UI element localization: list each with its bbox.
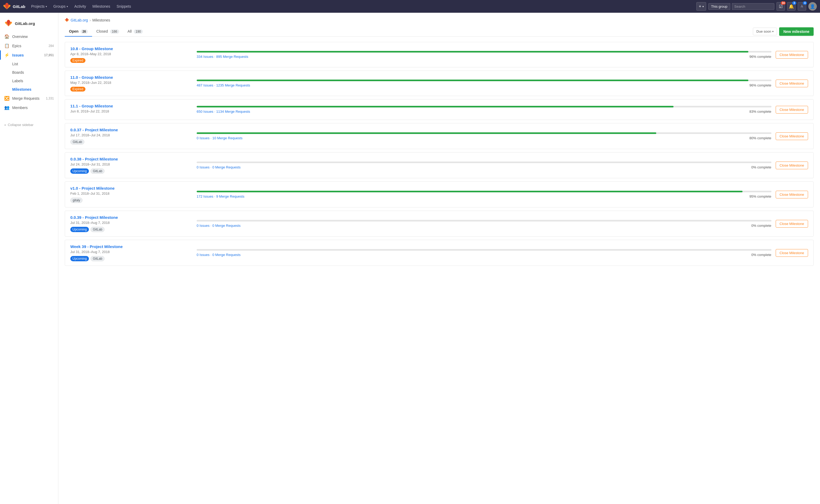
new-milestone-button[interactable]: New milestone (779, 27, 814, 36)
sidebar-sub-boards[interactable]: Boards (0, 68, 58, 77)
progress-bar-fill (197, 191, 743, 192)
collapse-sidebar-button[interactable]: « Collapse sidebar (0, 121, 58, 129)
sidebar-sub-list[interactable]: List (0, 60, 58, 68)
milestone-info: Week 39 - Project Milestone Jul 31, 2018… (70, 244, 192, 261)
milestone-percent: 95% complete (749, 194, 771, 198)
milestone-tag: Expired (70, 87, 85, 92)
progress-bar-wrap (197, 132, 771, 134)
close-milestone-button[interactable]: Close Milestone (776, 51, 808, 59)
brand[interactable]: GitLab (3, 3, 25, 10)
sidebar-item-epics[interactable]: 📋 Epics 284 (0, 41, 58, 50)
milestone-issues-link[interactable]: 172 Issues · 9 Merge Requests (197, 194, 244, 198)
milestone-title[interactable]: 11.1 - Group Milestone (70, 104, 192, 108)
progress-stats: 0 Issues · 10 Merge Requests 80% complet… (197, 136, 771, 140)
milestone-info: 0.0.37 - Project Milestone Jul 17, 2018–… (70, 128, 192, 145)
milestone-title[interactable]: 0.0.38 - Project Milestone (70, 157, 192, 161)
progress-bar-wrap (197, 106, 771, 107)
milestone-dates: Jul 31, 2018–Aug 7, 2018 (70, 250, 192, 254)
milestone-tags: UpcomingGitLab (70, 227, 192, 232)
progress-stats: 0 Issues · 0 Merge Requests 0% complete (197, 224, 771, 228)
sidebar-epics-label: Epics (12, 44, 21, 48)
sidebar-boards-label: Boards (12, 70, 24, 75)
milestone-issues-link[interactable]: 0 Issues · 0 Merge Requests (197, 224, 240, 228)
mr-count: 1,331 (46, 97, 54, 100)
user-avatar[interactable]: 👤 (808, 2, 817, 11)
milestone-percent: 96% complete (749, 55, 771, 59)
close-milestone-button[interactable]: Close Milestone (776, 132, 808, 140)
milestone-card: 10.8 - Group Milestone Apr 8, 2018–May 2… (65, 42, 814, 67)
sidebar-item-issues[interactable]: ⚡ Issues 17,951 (0, 50, 58, 60)
milestone-issues-link[interactable]: 0 Issues · 0 Merge Requests (197, 253, 240, 257)
merge-requests-button[interactable]: ⑃ 4 (798, 2, 806, 11)
progress-bar-wrap (197, 51, 771, 53)
nav-actions: + ▾ This group ☑ 34 🔔 3 ⑃ 4 👤 (696, 2, 817, 11)
todo-badge: 34 (781, 1, 786, 5)
merge-requests-icon: 🔀 (4, 96, 10, 101)
sort-dropdown[interactable]: Due soon ▾ (753, 28, 777, 35)
milestone-issues-link[interactable]: 0 Issues · 10 Merge Requests (197, 136, 242, 140)
close-milestone-button[interactable]: Close Milestone (776, 220, 808, 228)
milestone-progress: 0 Issues · 0 Merge Requests 0% complete (197, 249, 771, 257)
close-milestone-button[interactable]: Close Milestone (776, 191, 808, 198)
breadcrumb-current: Milestones (92, 18, 110, 22)
nav-snippets[interactable]: Snippets (114, 3, 133, 10)
milestone-title[interactable]: v1.0 - Project Milestone (70, 186, 192, 190)
milestone-percent: 83% complete (749, 110, 771, 114)
context-button[interactable]: This group (708, 3, 730, 10)
new-item-button[interactable]: + ▾ (696, 2, 706, 11)
milestone-issues-link[interactable]: 650 Issues · 1134 Merge Requests (197, 110, 250, 114)
milestone-title[interactable]: 0.0.39 - Project Milestone (70, 215, 192, 220)
sidebar-sub-milestones[interactable]: Milestones (0, 85, 58, 94)
milestone-progress: 0 Issues · 10 Merge Requests 80% complet… (197, 132, 771, 140)
sidebar-org-row[interactable]: GitLab.org (0, 17, 58, 32)
milestone-dates: Jul 31, 2018–Aug 7, 2018 (70, 221, 192, 225)
milestone-tag: gitaly (70, 198, 82, 203)
nav-groups[interactable]: Groups ▾ (51, 3, 71, 10)
todo-button[interactable]: ☑ 34 (776, 2, 785, 11)
sidebar-item-members[interactable]: 👥 Members (0, 103, 58, 112)
tab-open[interactable]: Open 26 (65, 27, 92, 37)
close-milestone-button[interactable]: Close Milestone (776, 106, 808, 114)
milestone-tags: Expired (70, 87, 192, 92)
milestone-tags: Expired (70, 58, 192, 63)
milestone-issues-link[interactable]: 334 Issues · 895 Merge Requests (197, 55, 248, 59)
close-milestone-button[interactable]: Close Milestone (776, 80, 808, 87)
milestone-title[interactable]: Week 39 - Project Milestone (70, 244, 192, 249)
search-input[interactable] (732, 3, 774, 10)
milestone-card: 0.0.39 - Project Milestone Jul 31, 2018–… (65, 211, 814, 237)
tab-all[interactable]: All 190 (123, 27, 147, 37)
nav-activity[interactable]: Activity (72, 3, 89, 10)
close-milestone-button[interactable]: Close Milestone (776, 249, 808, 257)
notifications-button[interactable]: 🔔 3 (787, 2, 796, 11)
merge-badge: 4 (803, 1, 807, 5)
milestone-title[interactable]: 11.0 - Group Milestone (70, 75, 192, 80)
sidebar-mr-label: Merge Requests (12, 96, 40, 101)
milestone-tags: UpcomingGitLab (70, 168, 192, 174)
milestone-progress: 650 Issues · 1134 Merge Requests 83% com… (197, 106, 771, 114)
breadcrumb: GitLab.org › Milestones (65, 18, 814, 22)
milestone-issues-link[interactable]: 487 Issues · 1235 Merge Requests (197, 83, 250, 87)
breadcrumb-org-link[interactable]: GitLab.org (71, 18, 88, 22)
sidebar-sub-labels[interactable]: Labels (0, 77, 58, 85)
sidebar-item-merge-requests[interactable]: 🔀 Merge Requests 1,331 (0, 94, 58, 103)
milestone-issues-link[interactable]: 0 Issues · 0 Merge Requests (197, 165, 240, 169)
milestone-progress: 172 Issues · 9 Merge Requests 95% comple… (197, 191, 771, 198)
milestone-dates: Jul 24, 2018–Jul 31, 2018 (70, 162, 192, 166)
milestone-card: 0.0.37 - Project Milestone Jul 17, 2018–… (65, 123, 814, 149)
milestone-tag: Upcoming (70, 168, 89, 174)
progress-bar-wrap (197, 220, 771, 221)
tab-closed[interactable]: Closed 166 (92, 27, 123, 37)
top-navigation: GitLab Projects ▾ Groups ▾ Activity Mile… (0, 0, 820, 13)
milestone-tag: GitLab (70, 139, 84, 145)
progress-bar-fill (197, 132, 656, 134)
milestone-title[interactable]: 10.8 - Group Milestone (70, 46, 192, 51)
nav-milestones[interactable]: Milestones (90, 3, 113, 10)
milestone-tag: Upcoming (70, 227, 89, 232)
close-milestone-button[interactable]: Close Milestone (776, 162, 808, 169)
milestone-title[interactable]: 0.0.37 - Project Milestone (70, 128, 192, 132)
nav-projects[interactable]: Projects ▾ (29, 3, 50, 10)
milestone-info: 10.8 - Group Milestone Apr 8, 2018–May 2… (70, 46, 192, 63)
milestone-tag: Upcoming (70, 256, 89, 261)
sidebar-item-overview[interactable]: 🏠 Overview (0, 32, 58, 41)
milestone-info: 0.0.39 - Project Milestone Jul 31, 2018–… (70, 215, 192, 232)
